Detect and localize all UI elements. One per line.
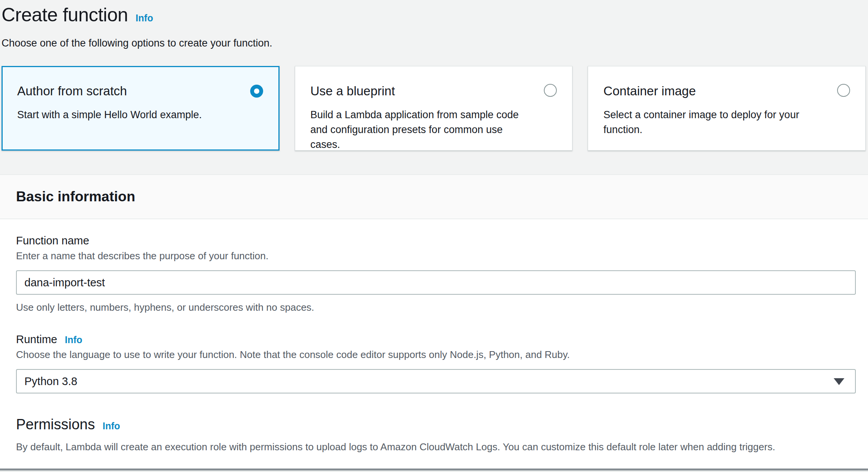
permissions-heading: Permissions xyxy=(16,416,95,433)
option-card-author-from-scratch[interactable]: Author from scratch Start with a simple … xyxy=(2,66,280,151)
runtime-selected-value: Python 3.8 xyxy=(24,375,77,388)
chevron-down-icon xyxy=(834,378,844,385)
option-card-description: Select a container image to deploy for y… xyxy=(603,108,850,137)
option-card-description: Build a Lambda application from sample c… xyxy=(310,108,557,152)
function-name-input[interactable] xyxy=(16,270,856,295)
runtime-description: Choose the language to use to write your… xyxy=(16,349,856,361)
radio-button[interactable] xyxy=(250,85,263,98)
page-header-area: Create function Info Choose one of the f… xyxy=(0,0,868,174)
creation-option-cards: Author from scratch Start with a simple … xyxy=(2,66,866,151)
permissions-section: Permissions Info By default, Lambda will… xyxy=(16,416,856,453)
runtime-label: Runtime xyxy=(16,333,57,346)
permissions-info-link[interactable]: Info xyxy=(103,421,120,432)
option-card-title: Use a blueprint xyxy=(310,84,557,98)
function-name-field-group: Function name Enter a name that describe… xyxy=(16,234,856,313)
basic-information-heading: Basic information xyxy=(16,189,135,205)
window-bottom-edge xyxy=(0,469,868,472)
permissions-description: By default, Lambda will create an execut… xyxy=(16,441,856,453)
runtime-field-group: Runtime Info Choose the language to use … xyxy=(16,333,856,393)
runtime-select[interactable]: Python 3.8 xyxy=(16,369,856,393)
option-card-use-a-blueprint[interactable]: Use a blueprint Build a Lambda applicati… xyxy=(295,66,573,151)
option-card-title: Container image xyxy=(603,84,850,98)
option-card-description: Start with a simple Hello World example. xyxy=(17,108,264,122)
function-name-label: Function name xyxy=(16,234,89,247)
radio-button[interactable] xyxy=(837,84,850,97)
function-name-constraint: Use only letters, numbers, hyphens, or u… xyxy=(16,302,856,313)
title-row: Create function Info xyxy=(2,4,866,26)
page-subtitle: Choose one of the following options to c… xyxy=(2,37,866,49)
option-card-container-image[interactable]: Container image Select a container image… xyxy=(588,66,866,151)
page-title: Create function xyxy=(2,4,128,26)
basic-information-form: Function name Enter a name that describe… xyxy=(0,219,868,453)
basic-information-section-header: Basic information xyxy=(0,174,868,219)
page-title-info-link[interactable]: Info xyxy=(136,13,153,24)
option-card-title: Author from scratch xyxy=(17,84,264,98)
function-name-description: Enter a name that describes the purpose … xyxy=(16,250,856,262)
runtime-info-link[interactable]: Info xyxy=(65,334,82,345)
